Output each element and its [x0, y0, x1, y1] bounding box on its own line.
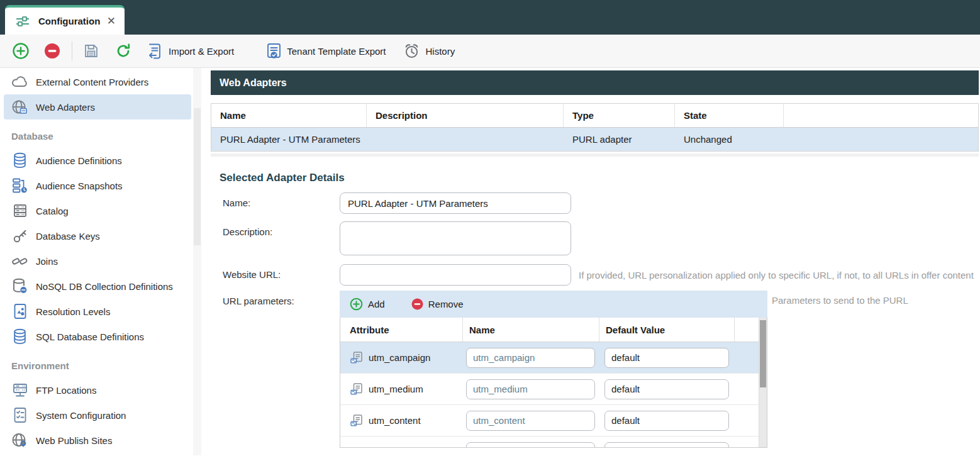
- table-bottom-strip: [211, 153, 979, 157]
- sidebar-item-label: Database Keys: [36, 231, 100, 242]
- sidebar-item-ftp-locations[interactable]: FTP Locations: [4, 377, 191, 403]
- sidebar-item-label: Resolution Levels: [36, 306, 110, 317]
- param-name-input[interactable]: [466, 442, 595, 448]
- add-icon: [12, 42, 30, 60]
- param-row-partial[interactable]: [340, 437, 767, 448]
- attribute-icon: [350, 352, 363, 364]
- column-header-filler: [784, 104, 978, 127]
- adapter-details-form: Name: Description: Website URL: If provi…: [223, 192, 980, 448]
- column-header-type[interactable]: Type: [564, 104, 675, 127]
- sidebar-item-external-content-providers[interactable]: External Content Providers: [4, 69, 191, 94]
- website-url-input[interactable]: [340, 264, 571, 286]
- param-default-value-input[interactable]: [604, 411, 729, 431]
- attribute-icon: [350, 414, 363, 426]
- sliders-icon: [14, 15, 31, 28]
- sidebar-item-audience-snapshots[interactable]: Audience Snapshots: [4, 173, 191, 198]
- server-catalog-icon: [11, 203, 28, 218]
- adapter-name-cell: PURL Adapter - UTM Parameters: [211, 128, 367, 151]
- sidebar-scrollbar-thumb[interactable]: [194, 108, 201, 245]
- column-header-attribute[interactable]: Attribute: [340, 318, 463, 342]
- panel-header: Web Adapters: [211, 70, 979, 95]
- database-icon: [11, 152, 28, 169]
- sidebar-scrollbar[interactable]: [193, 68, 201, 455]
- adapter-state-cell: Unchanged: [675, 128, 784, 151]
- import-export-icon: [147, 43, 163, 60]
- params-scrollbar[interactable]: [759, 318, 767, 447]
- import-export-label: Import & Export: [169, 46, 234, 57]
- sidebar-item-resolution-levels[interactable]: Resolution Levels: [4, 299, 191, 324]
- param-default-value-input[interactable]: [604, 348, 729, 368]
- name-label: Name:: [223, 192, 340, 208]
- sidebar-item-sql-database-definitions[interactable]: SQL Database Definitions: [4, 324, 191, 349]
- panel-title: Web Adapters: [220, 77, 287, 89]
- param-remove-button[interactable]: Remove: [411, 298, 464, 310]
- sidebar-section-environment: Environment: [0, 349, 201, 377]
- add-button[interactable]: [12, 42, 30, 60]
- sidebar-item-nosql-db-collection-definitions[interactable]: NoSQL DB Collection Definitions: [4, 274, 191, 299]
- sidebar-item-web-adapters[interactable]: Web Adapters: [4, 94, 191, 120]
- main-content: Web Adapters Name Description Type State…: [211, 68, 980, 455]
- description-input[interactable]: [340, 221, 571, 255]
- website-url-hint: If provided, URL personalization applied…: [579, 270, 974, 281]
- name-input[interactable]: [340, 192, 571, 214]
- column-header-state[interactable]: State: [675, 104, 784, 127]
- close-icon[interactable]: ✕: [106, 14, 117, 28]
- param-add-label: Add: [368, 299, 385, 309]
- details-title: Selected Adapter Details: [220, 172, 980, 184]
- web-adapter-globe-icon: [11, 99, 28, 115]
- param-name-input[interactable]: [466, 379, 595, 399]
- sidebar-item-joins[interactable]: Joins: [4, 248, 191, 274]
- key-icon: [11, 228, 28, 243]
- param-row-utm-campaign[interactable]: utm_campaign: [340, 342, 767, 374]
- tenant-template-export-icon: [267, 43, 281, 60]
- sidebar-item-label: Audience Snapshots: [36, 181, 123, 191]
- sidebar-item-database-keys[interactable]: Database Keys: [4, 223, 191, 248]
- param-name-input[interactable]: [466, 348, 595, 368]
- param-name-input[interactable]: [466, 411, 595, 431]
- column-header-description[interactable]: Description: [367, 104, 564, 127]
- refresh-button[interactable]: [115, 43, 131, 59]
- sidebar-item-label: Catalog: [36, 206, 69, 216]
- description-label: Description:: [223, 221, 340, 237]
- titlebar: Configuration ✕: [0, 0, 980, 35]
- save-icon: [83, 43, 99, 59]
- sidebar-item-label: Web Publish Sites: [36, 435, 112, 446]
- column-header-param-name[interactable]: Name: [463, 318, 599, 342]
- sidebar-item-label: Web Adapters: [36, 102, 95, 113]
- sidebar-item-catalog[interactable]: Catalog: [4, 198, 191, 223]
- tenant-template-export-button[interactable]: Tenant Template Export: [267, 43, 386, 60]
- save-button[interactable]: [83, 43, 99, 59]
- sidebar-item-system-configuration[interactable]: System Configuration: [4, 403, 191, 428]
- snapshot-clock-icon: [11, 177, 28, 194]
- tab-title: Configuration: [38, 16, 106, 26]
- param-default-value-input[interactable]: [604, 442, 729, 448]
- add-icon: [350, 298, 363, 311]
- database-icon: [11, 328, 28, 345]
- tab-configuration[interactable]: Configuration ✕: [5, 5, 125, 35]
- sidebar-item-web-publish-sites[interactable]: Web Publish Sites: [4, 428, 191, 453]
- adapter-type-cell: PURL adapter: [564, 128, 675, 151]
- adapter-row[interactable]: PURL Adapter - UTM Parameters PURL adapt…: [211, 128, 978, 151]
- param-row-utm-content[interactable]: utm_content: [340, 405, 767, 437]
- sidebar-section-database: Database: [0, 120, 201, 148]
- adapter-description-cell: [367, 128, 564, 151]
- params-table-header: Attribute Name Default Value: [340, 318, 767, 342]
- adapters-table: Name Description Type State PURL Adapter…: [211, 103, 979, 152]
- nosql-database-icon: [11, 278, 28, 294]
- column-header-name[interactable]: Name: [211, 104, 367, 127]
- params-scrollbar-thumb[interactable]: [760, 320, 766, 387]
- adapter-filler-cell: [784, 128, 978, 151]
- history-button[interactable]: History: [403, 43, 455, 60]
- column-header-default-value[interactable]: Default Value: [599, 318, 735, 342]
- remove-button[interactable]: [44, 43, 60, 59]
- param-default-value-input[interactable]: [604, 379, 729, 399]
- sidebar-item-label: SQL Database Definitions: [36, 331, 144, 342]
- application-window: Configuration ✕: [0, 0, 980, 456]
- toolbar-divider: [72, 42, 72, 60]
- import-export-button[interactable]: Import & Export: [147, 43, 234, 60]
- cloud-icon: [11, 75, 28, 88]
- url-parameters-label: URL parameters:: [223, 291, 340, 306]
- param-add-button[interactable]: Add: [350, 298, 385, 311]
- param-row-utm-medium[interactable]: utm_medium: [340, 374, 767, 405]
- sidebar-item-audience-definitions[interactable]: Audience Definitions: [4, 148, 191, 173]
